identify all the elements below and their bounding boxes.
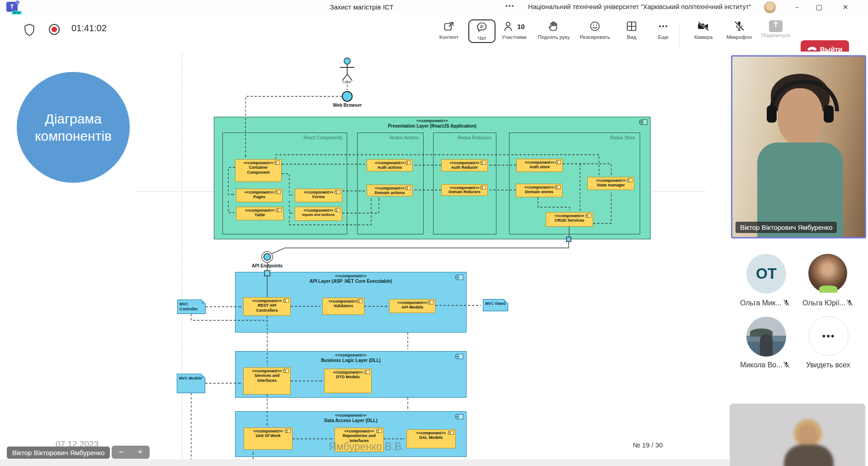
- window-titlebar: T NEW Захист магістрів ІСТ ••• Національ…: [0, 0, 868, 15]
- see-everyone-button[interactable]: •••: [809, 316, 849, 356]
- section-redux-reducers: Redux Reducers: [433, 133, 496, 234]
- section-label: Redux Actions: [390, 135, 419, 140]
- component-inputs-buttons: <<component>> Inputs and buttons: [295, 207, 342, 221]
- component-name: Domain actions: [367, 190, 412, 195]
- mic-button[interactable]: Микрофон: [722, 20, 756, 40]
- component-icon: [457, 354, 463, 359]
- component-icon: [556, 185, 561, 189]
- view-button[interactable]: Вид: [614, 20, 649, 40]
- more-button[interactable]: Еще: [646, 20, 680, 40]
- slide-zoom-control: − +: [112, 446, 150, 459]
- stereotype-text: <<component>>: [416, 119, 448, 123]
- headphones: [824, 105, 834, 123]
- next-participant-tile[interactable]: [730, 404, 865, 466]
- react-label: Реагировать: [578, 34, 612, 40]
- share-content-button[interactable]: Контент: [432, 20, 466, 40]
- participant-avatar[interactable]: [808, 254, 847, 293]
- restore-icon: [816, 5, 822, 10]
- teams-new-badge: NEW: [12, 11, 22, 14]
- see-everyone-label[interactable]: Увидеть всех: [806, 361, 850, 369]
- participant-avatar[interactable]: [746, 317, 786, 357]
- meeting-stage: Діаграма компонентів <<component>> Prese…: [0, 52, 868, 466]
- raise-hand-icon: [548, 26, 560, 33]
- component-validators: <<component>> Validators: [322, 298, 364, 315]
- mic-muted-icon: [783, 361, 790, 371]
- component-state-manager: <<component>> State manager: [587, 177, 634, 190]
- react-button[interactable]: Реагировать: [578, 20, 612, 40]
- camera-button[interactable]: Камера: [686, 20, 721, 40]
- component-forms: <<component>> Forms: [295, 189, 342, 202]
- component-name: Validators: [323, 304, 364, 309]
- dal-layer-header: <<component>> Data Access Layer (DLL): [236, 413, 466, 424]
- component-name: Domain stores: [516, 190, 562, 195]
- component-icon: [481, 161, 486, 165]
- account-avatar[interactable]: [764, 1, 776, 13]
- component-icon: [641, 119, 647, 125]
- slide-page-number: № 19 / 30: [633, 441, 663, 449]
- web-browser-label: Web Browser: [333, 103, 362, 108]
- component-icon: [358, 299, 363, 303]
- api-endpoints-icon: [264, 254, 271, 261]
- component-domain-stores: <<component>> Domain stores: [516, 184, 562, 197]
- participant-name: Ольга Юрії...: [802, 299, 845, 307]
- note-mvc-models: MVC Models: [177, 374, 205, 393]
- minimize-button[interactable]: –: [788, 0, 806, 14]
- participants-count: 10: [517, 23, 525, 30]
- camera-label: Камера: [686, 34, 721, 40]
- actor-user-label: User: [343, 80, 351, 84]
- note-mvc-views: MVC Views: [483, 299, 508, 311]
- component-dal-models: <<component>> DAL Models: [406, 429, 456, 448]
- component-icon: [335, 208, 340, 212]
- actor-user-icon: [340, 58, 354, 81]
- share-content-icon: [443, 26, 455, 33]
- mic-muted-icon: [846, 299, 854, 309]
- participants-button[interactable]: 10 Участники: [497, 20, 531, 40]
- slide-bottom-strip: [0, 459, 729, 466]
- component-name: Services and Interfaces: [244, 373, 290, 383]
- api-endpoints-ring: [262, 252, 273, 262]
- presentation-layer-header: <<component>> Presentation Layer (ReactJ…: [214, 119, 650, 129]
- component-icon: [286, 429, 291, 433]
- share-screen-label: Поделиться: [759, 33, 793, 38]
- component-container-component: <<component>> Container Component: [235, 159, 282, 182]
- component-name: Pages: [236, 195, 282, 200]
- component-name: Domain Reducers: [442, 190, 487, 195]
- share-screen-button: Поделиться: [759, 20, 793, 38]
- component-icon: [406, 186, 411, 190]
- component-name: DTO Models: [325, 375, 371, 380]
- restore-button[interactable]: [810, 0, 828, 14]
- component-domain-reducers: <<component>> Domain Reducers: [441, 184, 488, 196]
- participant-video: [784, 419, 838, 466]
- participant-name: Ольга Мик...: [740, 299, 781, 307]
- teams-app-icon[interactable]: T: [6, 2, 18, 12]
- zoom-out-button[interactable]: −: [114, 447, 128, 457]
- participants-panel: Віктор Вікторович Ямбуренко ОТ Ольга Мик…: [729, 52, 868, 466]
- participants-label: Участники: [497, 34, 531, 40]
- bll-layer-title: Business Logic Layer (DLL): [236, 358, 466, 364]
- more-dots-icon: •••: [822, 330, 835, 342]
- note-mvc-controller: MVC Controller: [177, 300, 206, 314]
- titlebar-menu-icon[interactable]: •••: [505, 2, 515, 10]
- presenter-name-tooltip: Віктор Вікторович Ямбуренко: [7, 447, 110, 459]
- component-name: Auth actions: [367, 165, 412, 170]
- component-icon: [275, 161, 280, 165]
- component-icon: [276, 190, 281, 194]
- component-auth-store: <<component>> Auth store: [516, 159, 563, 172]
- chat-button[interactable]: Чат: [468, 19, 495, 43]
- active-speaker-tile[interactable]: Віктор Вікторович Ямбуренко: [731, 55, 866, 238]
- close-button[interactable]: ✕: [836, 0, 854, 14]
- teams-window: T NEW Захист магістрів ІСТ ••• Національ…: [0, 0, 868, 466]
- slide-guide-vertical: [182, 52, 182, 459]
- component-icon: [277, 208, 282, 212]
- raise-hand-button[interactable]: Поднять руку: [537, 20, 571, 40]
- component-name: CRUD Services: [546, 218, 593, 223]
- component-icon: [449, 431, 454, 435]
- component-auth-reducer: <<component>> Auth Reducer: [441, 159, 488, 171]
- participants-icon: [503, 26, 516, 33]
- presentation-layer-title: Presentation Layer (ReactJS Application): [214, 124, 650, 129]
- component-services-interfaces: <<component>> Services and Interfaces: [243, 367, 291, 395]
- component-icon: [586, 214, 591, 218]
- recording-indicator-icon: [49, 24, 60, 35]
- participant-avatar[interactable]: ОТ: [746, 254, 786, 294]
- zoom-in-button[interactable]: +: [133, 447, 147, 457]
